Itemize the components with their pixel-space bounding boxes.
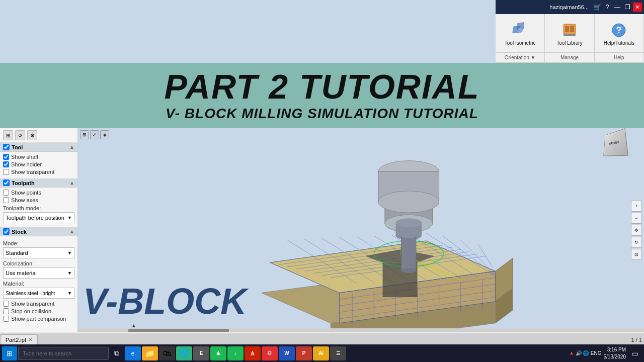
ribbon: haziqaiman56... 🛒 ? — ❐ ✕ Tool Isometric xyxy=(496,0,644,63)
store-app[interactable]: 🛍 xyxy=(159,346,175,360)
zoom-in-button[interactable]: + xyxy=(631,201,642,212)
autocad-app[interactable]: A xyxy=(245,346,261,360)
zoom-out-button[interactable]: − xyxy=(631,213,642,224)
cart-icon[interactable]: 🛒 xyxy=(593,3,602,12)
show-shaft-checkbox[interactable] xyxy=(3,154,9,160)
show-part-comparison-checkbox[interactable] xyxy=(3,316,9,322)
stock-section-body: Mode: Standard ▼ Colorization: Use mater… xyxy=(0,236,77,325)
stock-collapse-icon: ▲ xyxy=(69,229,74,234)
svg-point-62 xyxy=(378,191,439,213)
tool-section-checkbox[interactable] xyxy=(3,144,10,150)
tool-isometric-label: Tool Isometric xyxy=(505,40,536,46)
cube-navigator[interactable]: FRONT xyxy=(601,130,629,158)
show-axes-checkbox[interactable] xyxy=(3,197,9,203)
stock-section-title: Stock xyxy=(12,229,69,235)
show-points-checkbox[interactable] xyxy=(3,190,9,196)
svg-point-2 xyxy=(518,28,523,33)
show-shaft-label: Show shaft xyxy=(11,154,38,160)
tool-isometric-group[interactable]: Tool Isometric xyxy=(496,14,545,52)
svg-point-64 xyxy=(401,233,416,238)
show-transparent-tool-label: Show transparent xyxy=(11,169,54,175)
stop-collision-label: Stop on collision xyxy=(11,308,51,314)
tab-close-icon[interactable]: ✕ xyxy=(28,337,32,342)
tutorial-subtitle: V- BLOCK MILLING SIMULATION TUTORIAL xyxy=(166,106,478,122)
taskbar-search[interactable] xyxy=(18,347,109,360)
help-footer[interactable]: Help xyxy=(595,53,644,62)
start-button[interactable]: ⊞ xyxy=(2,346,17,360)
show-holder-checkbox[interactable] xyxy=(3,161,9,167)
svg-rect-4 xyxy=(565,26,569,32)
panel-toolbar: ⊞ ↺ ⚙ xyxy=(0,128,77,143)
svg-rect-6 xyxy=(564,34,576,36)
svg-point-65 xyxy=(401,267,416,273)
office-app[interactable]: O xyxy=(262,346,278,360)
show-transparent-stock-checkbox[interactable] xyxy=(3,301,9,307)
show-points-row: Show points xyxy=(3,190,74,196)
mode-field-label: Mode: xyxy=(3,240,74,246)
panel-tool-btn-1[interactable]: ⊞ xyxy=(3,130,13,140)
main-area: PART 2 TUTORIAL V- BLOCK MILLING SIMULAT… xyxy=(0,63,644,332)
help-icon[interactable]: ? xyxy=(603,3,612,12)
pan-button[interactable]: ✥ xyxy=(631,225,642,236)
close-window-button[interactable]: ✕ xyxy=(633,3,642,12)
help-tutorials-icon: ? xyxy=(610,21,628,39)
tab-bar: Part2.ipt ✕ xyxy=(0,333,644,344)
show-holder-row: Show holder xyxy=(3,161,74,167)
toolpath-mode-value: Toolpath before position xyxy=(6,215,64,221)
epic-app[interactable]: E xyxy=(193,346,209,360)
tool-section-title: Tool xyxy=(12,144,69,150)
folder-app[interactable]: 📁 xyxy=(142,346,158,360)
show-desktop-button[interactable]: ▭ xyxy=(628,346,642,360)
help-tutorials-label: Help/Tutorials xyxy=(604,40,634,46)
help-tutorials-group[interactable]: ? Help/Tutorials xyxy=(595,14,644,52)
tool-library-label: Tool Library xyxy=(556,40,583,46)
show-transparent-stock-row: Show transparent xyxy=(3,301,74,307)
illustrator-app[interactable]: Ai xyxy=(313,346,329,360)
spotify-app[interactable]: ♪ xyxy=(227,346,244,360)
material-dropdown[interactable]: Stainless steel - bright ▼ xyxy=(3,288,74,299)
page-count: 1 / 1 xyxy=(631,337,642,343)
stock-section-checkbox[interactable] xyxy=(3,228,10,235)
toolpath-section-title: Toolpath xyxy=(12,180,69,186)
tool-library-group[interactable]: Tool Library xyxy=(545,14,594,52)
manage-footer[interactable]: Manage xyxy=(545,53,594,62)
fit-button[interactable]: ⊡ xyxy=(631,249,642,260)
toolpath-collapse-icon: ▲ xyxy=(69,180,74,186)
extra-app[interactable]: ☰ xyxy=(330,346,346,360)
minimize-button[interactable]: — xyxy=(613,3,622,12)
show-transparent-tool-checkbox[interactable] xyxy=(3,169,9,175)
restore-button[interactable]: ❐ xyxy=(623,3,632,12)
task-view-button[interactable]: ⧉ xyxy=(110,346,124,360)
vblock-watermark: V-BLOCK xyxy=(83,281,247,322)
ppt-app[interactable]: P xyxy=(296,346,312,360)
tool-section-header[interactable]: Tool ▲ xyxy=(0,143,77,152)
chrome-app[interactable]: 🌐 xyxy=(176,346,192,360)
library-icon xyxy=(560,21,579,39)
rotate-button[interactable]: ↻ xyxy=(631,237,642,248)
viewport[interactable]: ⊞ ⤢ ◈ xyxy=(78,128,644,332)
part2-tab[interactable]: Part2.ipt ✕ xyxy=(0,334,38,344)
stock-section-header[interactable]: Stock ▲ xyxy=(0,227,77,236)
word-app[interactable]: W xyxy=(279,346,295,360)
svg-rect-63 xyxy=(401,236,416,270)
taskbar-right: 🔺 🔊 🌐 ENG 3:16 PM 5/13/2020 ▭ xyxy=(569,346,642,360)
show-shaft-row: Show shaft xyxy=(3,154,74,160)
panel-tool-btn-2[interactable]: ↺ xyxy=(15,130,25,140)
colorization-value: Use material xyxy=(6,270,37,276)
tab-name: Part2.ipt xyxy=(6,337,26,343)
orientation-footer[interactable]: Orientation ▼ xyxy=(496,53,545,62)
toolpath-section-header[interactable]: Toolpath ▲ xyxy=(0,178,77,188)
colorization-dropdown[interactable]: Use material ▼ xyxy=(3,267,74,279)
edge-app[interactable]: e xyxy=(125,346,141,360)
colorization-arrow: ▼ xyxy=(67,270,72,276)
ribbon-footer: Orientation ▼ Manage Help xyxy=(496,52,644,62)
stop-collision-checkbox[interactable] xyxy=(3,308,9,314)
isometric-icon xyxy=(511,21,529,39)
toolpath-section-checkbox[interactable] xyxy=(3,179,10,186)
taskbar-lang: ENG xyxy=(591,350,602,356)
mode-dropdown[interactable]: Standard ▼ xyxy=(3,247,74,258)
panel-tool-btn-3[interactable]: ⚙ xyxy=(27,130,37,140)
cube-3d-widget: FRONT xyxy=(603,128,628,156)
toolpath-mode-dropdown[interactable]: Toolpath before position ▼ xyxy=(3,212,74,223)
steam-app[interactable]: ♟ xyxy=(210,346,226,360)
